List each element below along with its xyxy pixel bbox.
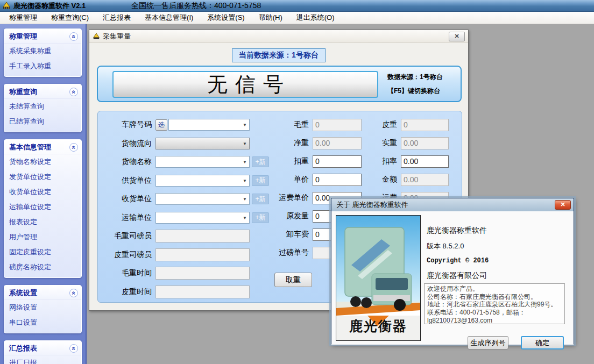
menubar: 称重管理称重查询(C)汇总报表基本信息管理(I)系统设置(S)帮助(H)退出系统… xyxy=(0,12,594,24)
combobox[interactable] xyxy=(155,212,250,224)
take-weight-button[interactable]: 取重 xyxy=(274,273,312,287)
form-column-right: 皮重实重扣率金额运费 xyxy=(360,116,449,207)
combobox[interactable] xyxy=(155,156,250,168)
menu-item-2[interactable]: 汇总报表 xyxy=(96,11,138,24)
sidebar-panel-header[interactable]: 汇总报表 xyxy=(4,341,81,355)
generate-serial-button[interactable]: 生成序列号 xyxy=(468,336,508,349)
text-field xyxy=(155,248,250,261)
combobox[interactable] xyxy=(155,175,250,187)
field-label: 扣重 xyxy=(269,156,309,166)
info-line: 联系电话：400-071-5758，邮箱： xyxy=(427,309,562,317)
menu-item-1[interactable]: 称重查询(C) xyxy=(44,11,96,24)
text-field xyxy=(155,286,250,298)
sidebar-item[interactable]: 串口设置 xyxy=(4,315,81,330)
info-line: 地址：河北省石家庄鹿泉区石柏北大街99号。 xyxy=(427,301,562,309)
field-label: 毛重时间 xyxy=(108,268,152,278)
add-new-button[interactable]: +新 xyxy=(252,175,269,186)
sidebar-item[interactable]: 用户管理 xyxy=(4,230,81,245)
menu-item-0[interactable]: 称重管理 xyxy=(2,11,44,24)
field-label: 收货单位 xyxy=(108,194,152,204)
switch-hint-line: 【F5】键切换称台 xyxy=(387,87,462,96)
about-dialog-title: 关于 鹿光衡器称重软件 xyxy=(336,200,408,210)
menu-item-4[interactable]: 系统设置(S) xyxy=(200,11,251,24)
sidebar-item[interactable]: 已结算查询 xyxy=(4,114,81,129)
sidebar-item[interactable]: 网络设置 xyxy=(4,300,81,315)
chevron-up-icon[interactable] xyxy=(69,143,78,152)
sidebar-panel: 基本信息管理货物名称设定发货单位设定收货单位设定运输单位设定报表设定用户管理固定… xyxy=(4,139,82,278)
sidebar-item[interactable]: 系统采集称重 xyxy=(4,44,81,59)
sidebar-item[interactable]: 收货单位设定 xyxy=(4,184,81,199)
value-field[interactable] xyxy=(401,155,449,168)
form-row: 毛重时间 xyxy=(108,264,269,283)
field-label: 毛重司磅员 xyxy=(108,231,152,241)
about-dialog: 关于 鹿光衡器称重软件 ✕ xyxy=(331,198,574,344)
form-row: 皮重时间 xyxy=(108,283,269,302)
value-field[interactable] xyxy=(313,155,362,168)
text-field xyxy=(155,267,250,280)
form-row: 扣重 xyxy=(269,152,362,170)
ok-button[interactable]: 确定 xyxy=(521,336,564,349)
sidebar: 称重管理系统采集称重手工录入称重称重查询未结算查询已结算查询基本信息管理货物名称… xyxy=(0,24,87,364)
sidebar-item[interactable]: 固定皮重设定 xyxy=(4,245,81,260)
form-row: 皮重 xyxy=(360,116,449,134)
form-row: 货物流向 xyxy=(108,134,269,153)
add-new-button[interactable]: +新 xyxy=(252,212,269,223)
menu-item-3[interactable]: 基本信息管理(I) xyxy=(138,11,200,24)
about-dialog-titlebar: 关于 鹿光衡器称重软件 ✕ xyxy=(331,198,574,211)
sidebar-panel-header[interactable]: 称重管理 xyxy=(4,29,81,44)
sidebar-item[interactable]: 未结算查询 xyxy=(4,99,81,114)
chevron-up-icon[interactable] xyxy=(69,32,78,41)
close-icon[interactable]: ✕ xyxy=(449,32,465,41)
field-label: 原发量 xyxy=(269,211,309,221)
dialog-close-icon[interactable]: ✕ xyxy=(555,200,571,210)
sidebar-panel-header[interactable]: 称重查询 xyxy=(4,84,81,99)
app-title: 鹿光衡器称重软件 V2.1 xyxy=(13,1,86,11)
chevron-up-icon[interactable] xyxy=(69,289,78,297)
sidebar-item[interactable]: 报表设定 xyxy=(4,215,81,230)
sidebar-panel-title: 基本信息管理 xyxy=(9,142,51,152)
plate-number-combobox[interactable] xyxy=(168,119,250,131)
hotline-text: 全国统一售后服务热线：400-071-5758 xyxy=(131,1,261,11)
add-new-button[interactable]: +新 xyxy=(252,194,269,204)
field-label: 运输单位 xyxy=(108,213,152,223)
value-field xyxy=(313,119,362,131)
sidebar-panel-header[interactable]: 基本信息管理 xyxy=(4,140,81,154)
data-source-banner: 当前数据来源：1号称台 xyxy=(232,48,326,62)
form-row: 货物名称+新 xyxy=(108,153,269,172)
text-field xyxy=(155,230,250,242)
info-line: lg82100713@163.com xyxy=(427,317,562,325)
source-info: 数据来源：1号称台 【F5】键切换称台 xyxy=(387,70,462,101)
value-field xyxy=(401,137,449,149)
menu-item-6[interactable]: 退出系统(O) xyxy=(289,11,342,24)
chevron-up-icon[interactable] xyxy=(69,88,78,96)
field-label: 货物名称 xyxy=(108,157,152,167)
sidebar-panel: 称重查询未结算查询已结算查询 xyxy=(4,84,82,132)
sidebar-item[interactable]: 进厂日报 xyxy=(4,355,81,364)
add-new-button[interactable]: +新 xyxy=(252,156,269,167)
sidebar-item[interactable]: 发货单位设定 xyxy=(4,169,81,184)
cargo-direction-combobox[interactable] xyxy=(155,138,250,149)
field-label: 皮重 xyxy=(360,120,397,130)
value-field[interactable] xyxy=(313,174,362,186)
combobox[interactable] xyxy=(155,193,250,205)
sidebar-panel-title: 称重管理 xyxy=(9,32,37,41)
sidebar-item[interactable]: 货物名称设定 xyxy=(4,154,81,169)
window-logo-icon xyxy=(93,33,100,40)
sidebar-panel: 汇总报表进厂日报出厂日报 xyxy=(4,340,82,364)
value-field xyxy=(401,119,449,131)
menu-item-5[interactable]: 帮助(H) xyxy=(252,11,289,24)
about-app-name: 鹿光衡器称重软件 xyxy=(427,226,487,235)
select-plate-button[interactable]: 选 xyxy=(155,119,167,131)
field-label: 毛重 xyxy=(269,120,309,130)
sidebar-item[interactable]: 运输单位设定 xyxy=(4,199,81,215)
field-label: 供货单位 xyxy=(108,176,152,185)
form-row: 供货单位+新 xyxy=(108,172,269,190)
sidebar-panel-header[interactable]: 系统设置 xyxy=(4,286,81,300)
chevron-up-icon[interactable] xyxy=(69,344,78,353)
field-label: 实重 xyxy=(360,138,397,148)
field-label: 过磅单号 xyxy=(269,248,309,258)
sidebar-item[interactable]: 磅房名称设定 xyxy=(4,260,81,275)
sidebar-item[interactable]: 手工录入称重 xyxy=(4,59,81,74)
app-root: 鹿光衡器称重软件 V2.1 全国统一售后服务热线：400-071-5758 称重… xyxy=(0,0,594,364)
field-label: 皮重时间 xyxy=(108,287,152,297)
